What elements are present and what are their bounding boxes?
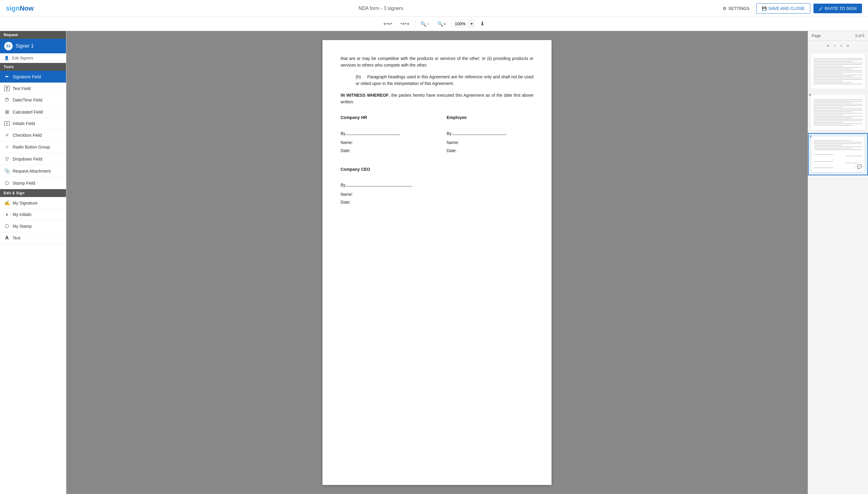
thumb-line <box>813 79 863 80</box>
my-signature-label: My Signature <box>13 201 37 205</box>
doc-title: NDA form - 3 signers <box>43 6 719 11</box>
sidebar-item-radio-group[interactable]: ○ Radio Button Group <box>0 141 66 153</box>
redo-icon: ↪ <box>400 21 409 27</box>
thumbnail-page-3[interactable] <box>808 51 868 92</box>
redo-button[interactable]: ↪ <box>398 19 412 28</box>
thumb-line <box>813 122 843 122</box>
sidebar-item-calculated-field[interactable]: ⊞ Calculated Field <box>0 106 66 118</box>
signer-item[interactable]: S1 Signer 1 <box>0 39 66 53</box>
logo-sign: sign <box>6 4 20 12</box>
save-button[interactable]: SAVE AND CLOSE <box>756 3 810 14</box>
sidebar-item-my-signature[interactable]: ✍ My Signature <box>0 197 66 209</box>
calculated-field-label: Calculated Field <box>13 110 43 114</box>
thumb-line <box>813 104 863 104</box>
download-button[interactable]: ⬇ <box>478 19 487 28</box>
thumb-line <box>814 146 862 147</box>
paragraph-headings: (h) Paragraph headings used in this Agre… <box>340 74 533 87</box>
thumb-line <box>813 81 843 81</box>
thumb-line <box>813 75 863 75</box>
thumb-line <box>813 110 863 111</box>
sidebar-item-request-attachment[interactable]: 📎 Request Attachment <box>0 165 66 177</box>
parties-row: Company HR By Name: Date: Employee By <box>340 114 533 154</box>
dropdown-icon: ▽ <box>4 156 10 162</box>
sidebar-item-initials-field[interactable]: I Initials Field <box>0 118 66 129</box>
chat-button[interactable]: 💬 <box>855 162 864 171</box>
by-line-3: By <box>340 182 533 188</box>
company-ceo-block: Company CEO By Name: Date: <box>340 166 533 206</box>
employee-name: Employee <box>447 114 533 121</box>
first-page-button[interactable]: « <box>825 42 831 49</box>
zoom-out-button[interactable]: 🔍− <box>418 20 431 28</box>
thumb-line <box>814 149 862 150</box>
sidebar-item-text[interactable]: A Text <box>0 232 66 244</box>
thumb-lines-3 <box>813 57 863 85</box>
signer-name: Signer 1 <box>16 43 34 49</box>
initials-icon: I <box>4 121 10 126</box>
thumb-line <box>814 140 852 141</box>
my-initials-label: My Initials <box>13 212 31 217</box>
request-attachment-label: Request Attachment <box>13 169 51 173</box>
thumbnail-page-4[interactable]: 4 <box>808 92 868 133</box>
thumb-line <box>813 61 853 62</box>
user-icon <box>4 56 9 60</box>
undo-icon: ↩ <box>383 21 392 27</box>
sidebar-item-checkbox-field[interactable]: ✓ Checkbox Field <box>0 129 66 141</box>
thumb-line <box>813 125 853 126</box>
doc-area: that are or may be competitive with the … <box>66 31 808 494</box>
initials-field-label: Initials Field <box>13 121 35 126</box>
settings-button[interactable]: SETTINGS <box>719 4 753 13</box>
zoom-in-button[interactable]: 🔍+ <box>435 20 448 28</box>
header-actions: SETTINGS SAVE AND CLOSE INVITE TO SIGN <box>719 3 862 14</box>
prev-page-button[interactable]: ‹ <box>832 42 837 49</box>
thumb-line <box>814 168 833 168</box>
thumb-line <box>813 109 863 109</box>
last-page-button[interactable]: » <box>845 42 851 49</box>
undo-button[interactable]: ↩ <box>381 19 395 28</box>
thumb-line <box>813 66 843 66</box>
save-label: SAVE AND CLOSE <box>769 6 805 11</box>
dropdown-field-label: Dropdown Field <box>13 157 42 162</box>
thumb-line <box>813 119 863 119</box>
attachment-icon: 📎 <box>4 168 10 174</box>
thumb-nav: « ‹ › » <box>808 41 868 51</box>
zoom-in-icon: 🔍+ <box>437 21 446 26</box>
company-hr-name: Company HR <box>340 114 427 121</box>
sidebar-item-datetime-field[interactable]: ⏱ Date/Time Field <box>0 94 66 106</box>
text-label: Text <box>13 235 20 240</box>
thumb-line <box>813 70 863 71</box>
zoom-arrow[interactable]: ▾ <box>469 20 474 27</box>
page-total: 5 <box>862 34 864 38</box>
edit-signers-item[interactable]: Edit Signers <box>0 53 66 63</box>
thumb-line <box>813 114 843 115</box>
by-line-1: By <box>340 130 427 137</box>
sidebar-item-text-field[interactable]: T Text Field <box>0 83 66 94</box>
thumbnail-page-5[interactable]: 5 <box>808 133 868 175</box>
settings-icon <box>723 6 727 11</box>
paragraph-competitive: that are or may be competitive with the … <box>340 55 533 69</box>
stamp-icon: ⬡ <box>4 180 10 186</box>
toolbar-divider <box>415 20 415 27</box>
text-icon: T <box>4 86 10 91</box>
my-stamp-label: My Stamp <box>13 224 32 229</box>
invite-button[interactable]: INVITE TO SIGN <box>813 4 862 13</box>
zoom-out-icon: 🔍− <box>421 21 429 26</box>
company-ceo-signature: By Name: Date: <box>340 182 533 205</box>
name-line-2: Name: <box>447 139 533 146</box>
sidebar-item-signature-field[interactable]: ✒ Signature Field <box>0 71 66 83</box>
checkbox-field-label: Checkbox Field <box>13 133 42 138</box>
page-label: Page <box>812 34 821 38</box>
thumb-line <box>813 107 843 108</box>
thumb-spacer <box>814 151 862 153</box>
sidebar-item-my-stamp[interactable]: ⬡ My Stamp <box>0 220 66 232</box>
zoom-display: 100% ▾ <box>451 20 475 28</box>
sidebar-item-stamp-field[interactable]: ⬡ Stamp Field <box>0 177 66 189</box>
date-line-3: Date: <box>340 199 533 205</box>
sidebar-item-dropdown-field[interactable]: ▽ Dropdown Field <box>0 153 66 165</box>
next-page-button[interactable]: › <box>839 42 844 49</box>
thumbnail-panel: Page 5 of 5 « ‹ › » <box>808 31 868 494</box>
witness-paragraph: IN WITNESS WHEREOF, the parties hereto h… <box>340 92 533 106</box>
sidebar-item-my-initials[interactable]: Iı My Initials <box>0 209 66 220</box>
by-line-2: By <box>447 130 533 137</box>
thumb-line <box>813 124 863 124</box>
chat-icon: 💬 <box>857 164 862 169</box>
